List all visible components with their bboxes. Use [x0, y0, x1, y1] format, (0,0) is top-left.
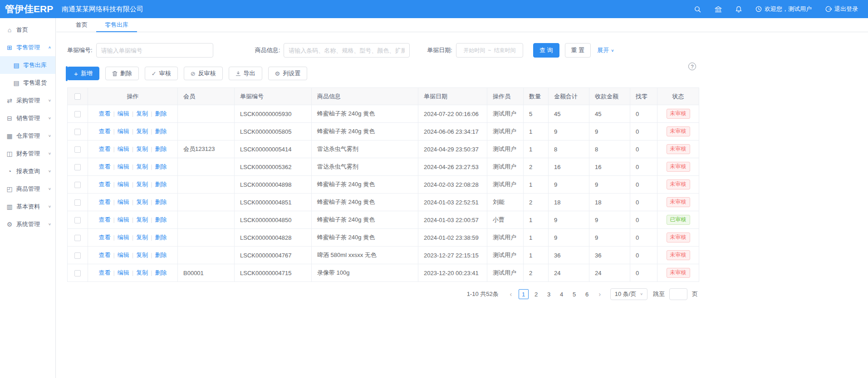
row-action-edit[interactable]: 编辑 [118, 199, 129, 205]
row-action-view[interactable]: 查看 [98, 163, 110, 170]
row-checkbox[interactable] [74, 164, 81, 170]
row-checkbox[interactable] [74, 252, 81, 259]
row-action-view[interactable]: 查看 [98, 234, 110, 241]
product-info-input[interactable] [284, 43, 410, 58]
row-action-copy[interactable]: 复制 [136, 145, 148, 152]
row-action-copy[interactable]: 复制 [136, 110, 148, 117]
row-action-view[interactable]: 查看 [98, 252, 110, 258]
jump-page-input[interactable] [669, 288, 687, 300]
column-header[interactable]: 状态 [657, 88, 699, 105]
page-number-1[interactable]: 1 [519, 289, 529, 299]
export-button[interactable]: 导出 [229, 67, 262, 80]
row-action-view[interactable]: 查看 [98, 145, 110, 152]
column-header[interactable]: 金额合计 [549, 88, 589, 105]
add-button[interactable]: +新增 [67, 67, 99, 80]
row-action-copy[interactable]: 复制 [136, 163, 148, 170]
column-settings-button[interactable]: ⚙列设置 [268, 67, 308, 80]
sidebar-item-finance-management[interactable]: ◫财务管理∨ [0, 145, 55, 162]
tab-retail-outbound[interactable]: 零售出库 [96, 18, 137, 32]
sidebar-item-product-management[interactable]: ◰商品管理∨ [0, 180, 55, 198]
row-action-delete[interactable]: 删除 [155, 252, 167, 258]
page-number-6[interactable]: 6 [582, 289, 592, 299]
sidebar-item-home[interactable]: ⌂首页 [0, 21, 55, 39]
row-action-delete[interactable]: 删除 [155, 269, 167, 276]
delete-button[interactable]: 删除 [105, 67, 139, 80]
row-checkbox[interactable] [74, 270, 81, 276]
row-action-edit[interactable]: 编辑 [118, 145, 129, 152]
help-icon[interactable]: ? [688, 63, 696, 70]
row-checkbox[interactable] [74, 129, 81, 135]
page-size-select[interactable]: 10 条/页∨ [610, 288, 647, 300]
row-action-edit[interactable]: 编辑 [118, 128, 129, 135]
sidebar-item-retail-management[interactable]: ⊞零售管理∧ [0, 39, 55, 56]
row-action-edit[interactable]: 编辑 [118, 252, 129, 258]
row-action-view[interactable]: 查看 [98, 269, 110, 276]
row-action-view[interactable]: 查看 [98, 199, 110, 205]
row-action-delete[interactable]: 删除 [155, 234, 167, 241]
next-page-button[interactable]: › [595, 289, 605, 299]
row-checkbox[interactable] [74, 235, 81, 241]
row-action-edit[interactable]: 编辑 [118, 216, 129, 223]
row-checkbox[interactable] [74, 217, 81, 223]
column-header[interactable]: 会员 [178, 88, 235, 105]
tab-home[interactable]: 首页 [67, 18, 96, 32]
sidebar-item-report-query[interactable]: ◔报表查询∨ [0, 162, 55, 180]
row-action-view[interactable]: 查看 [98, 128, 110, 135]
row-checkbox[interactable] [74, 182, 81, 188]
bank-icon[interactable] [715, 6, 722, 13]
row-action-delete[interactable]: 删除 [155, 163, 167, 170]
panel-drag-handle[interactable] [66, 66, 68, 81]
expand-link[interactable]: 展开 ∨ [597, 46, 614, 54]
column-header[interactable]: 操作员 [487, 88, 524, 105]
sidebar-item-warehouse-management[interactable]: ▦仓库管理∨ [0, 127, 55, 145]
row-action-copy[interactable]: 复制 [136, 216, 148, 223]
row-action-edit[interactable]: 编辑 [118, 163, 129, 170]
row-action-copy[interactable]: 复制 [136, 181, 148, 188]
date-range-picker[interactable]: 开始时间 ~ 结束时间 [456, 43, 523, 58]
sidebar-item-sales-management[interactable]: ⊟销售管理∨ [0, 109, 55, 127]
row-action-copy[interactable]: 复制 [136, 252, 148, 258]
row-action-view[interactable]: 查看 [98, 110, 110, 117]
page-number-4[interactable]: 4 [557, 289, 567, 299]
row-action-edit[interactable]: 编辑 [118, 234, 129, 241]
search-icon[interactable] [694, 6, 701, 13]
row-action-edit[interactable]: 编辑 [118, 269, 129, 276]
sidebar-item-basic-data[interactable]: ▥基本资料∨ [0, 198, 55, 215]
bell-icon[interactable] [736, 6, 742, 13]
welcome-user[interactable]: 欢迎您，测试用户 [755, 5, 812, 13]
sidebar-item-retail-return[interactable]: ▤零售退货 [0, 74, 55, 92]
row-action-view[interactable]: 查看 [98, 181, 110, 188]
row-action-view[interactable]: 查看 [98, 216, 110, 223]
row-action-copy[interactable]: 复制 [136, 269, 148, 276]
row-checkbox[interactable] [74, 111, 81, 117]
page-number-2[interactable]: 2 [531, 289, 541, 299]
row-action-delete[interactable]: 删除 [155, 216, 167, 223]
unaudit-button[interactable]: ⊘反审核 [184, 67, 223, 80]
column-header[interactable]: 单据日期 [418, 88, 487, 105]
row-action-delete[interactable]: 删除 [155, 128, 167, 135]
logout-button[interactable]: 退出登录 [825, 5, 858, 13]
search-button[interactable]: 查 询 [533, 43, 559, 58]
row-action-delete[interactable]: 删除 [155, 181, 167, 188]
column-header[interactable]: 操作 [88, 88, 178, 105]
page-number-5[interactable]: 5 [569, 289, 579, 299]
column-header[interactable]: 找零 [630, 88, 657, 105]
select-all-checkbox[interactable] [74, 93, 81, 100]
page-number-3[interactable]: 3 [544, 289, 554, 299]
row-action-copy[interactable]: 复制 [136, 199, 148, 205]
sidebar-item-retail-outbound[interactable]: ▤零售出库 [0, 56, 55, 74]
bill-no-input[interactable] [96, 43, 213, 58]
row-action-delete[interactable]: 删除 [155, 199, 167, 205]
reset-button[interactable]: 重 置 [565, 43, 591, 58]
column-header[interactable]: 收款金额 [589, 88, 630, 105]
row-action-delete[interactable]: 删除 [155, 110, 167, 117]
prev-page-button[interactable]: ‹ [506, 289, 516, 299]
row-checkbox[interactable] [74, 199, 81, 206]
audit-button[interactable]: ✓审核 [145, 67, 178, 80]
column-header[interactable]: 商品信息 [312, 88, 418, 105]
row-checkbox[interactable] [74, 146, 81, 153]
row-action-copy[interactable]: 复制 [136, 234, 148, 241]
sidebar-item-purchase-management[interactable]: ⇄采购管理∨ [0, 92, 55, 109]
sidebar-item-system-management[interactable]: ⚙系统管理∨ [0, 215, 55, 233]
column-header[interactable]: 数量 [524, 88, 549, 105]
